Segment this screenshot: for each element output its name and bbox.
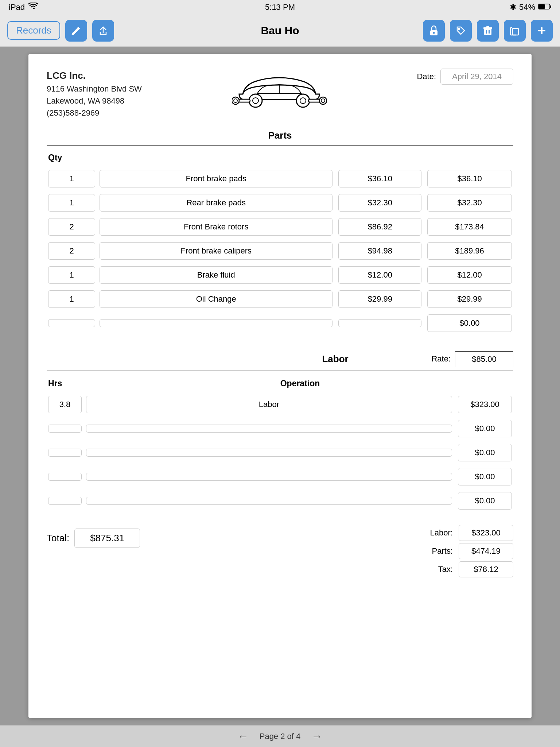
labor-section: Labor Rate: $85.00 Hrs Operation 3.8 Lab…	[47, 351, 513, 514]
part-qty[interactable]	[48, 319, 95, 327]
part-description[interactable]: Rear brake pads	[100, 194, 332, 212]
document: LCG Inc. 9116 Washington Blvd SW Lakewoo…	[28, 54, 532, 718]
nav-title: Bau Ho	[261, 24, 299, 37]
next-page-button[interactable]: →	[311, 730, 322, 743]
parts-header-row: Qty	[47, 153, 513, 163]
rate-value[interactable]: $85.00	[455, 351, 513, 367]
battery-icon	[538, 3, 551, 12]
status-time: 5:13 PM	[265, 3, 295, 12]
labor-total: $0.00	[458, 468, 512, 485]
labor-hrs[interactable]	[48, 425, 82, 433]
company-address2: Lakewood, WA 98498	[47, 95, 142, 107]
svg-point-5	[458, 28, 460, 30]
parts-summary-value: $474.19	[459, 543, 513, 559]
labor-row: $0.00	[47, 418, 513, 440]
date-section: Date: April 29, 2014	[417, 69, 513, 85]
part-description[interactable]: Brake fluid	[100, 266, 332, 284]
part-price[interactable]: $32.30	[338, 194, 421, 212]
part-qty[interactable]: 1	[48, 194, 95, 212]
svg-point-24	[321, 99, 325, 102]
labor-header-row: Hrs Operation	[47, 379, 513, 388]
status-right: ✱ 54%	[510, 3, 551, 12]
svg-rect-8	[486, 26, 489, 28]
date-value[interactable]: April 29, 2014	[440, 69, 513, 85]
labor-hrs[interactable]	[48, 497, 82, 505]
part-qty[interactable]: 2	[48, 242, 95, 260]
part-price[interactable]: $94.98	[338, 242, 421, 260]
part-qty[interactable]: 1	[48, 290, 95, 308]
lock-button[interactable]	[423, 20, 445, 42]
labor-total: $0.00	[458, 420, 512, 437]
labor-operation[interactable]	[86, 425, 452, 433]
add-button[interactable]	[531, 20, 553, 42]
doc-wrapper: LCG Inc. 9116 Washington Blvd SW Lakewoo…	[0, 47, 560, 725]
parts-row: 1 Brake fluid $12.00 $12.00	[47, 264, 513, 286]
records-button[interactable]: Records	[7, 21, 60, 40]
prev-page-button[interactable]: ←	[238, 730, 249, 743]
company-info: LCG Inc. 9116 Washington Blvd SW Lakewoo…	[47, 69, 142, 119]
labor-operation[interactable]	[86, 449, 452, 457]
battery-label: 54%	[519, 3, 535, 12]
part-price[interactable]: $12.00	[338, 266, 421, 284]
part-description[interactable]: Oil Change	[100, 290, 332, 308]
parts-summary-row: Parts: $474.19	[424, 543, 513, 559]
svg-point-21	[234, 99, 237, 102]
rate-label: Rate:	[431, 354, 451, 364]
parts-table: 1 Front brake pads $36.10 $36.10 1 Rear …	[47, 166, 513, 336]
tag-button[interactable]	[450, 20, 472, 42]
labor-hrs[interactable]: 3.8	[48, 396, 82, 413]
part-qty[interactable]: 1	[48, 266, 95, 284]
part-total: $189.96	[427, 242, 512, 260]
labor-table: 3.8 Labor $323.00 $0.00 $0.00 $0.00 $0.0…	[47, 391, 513, 514]
labor-section-title: Labor	[239, 353, 432, 365]
hrs-label: Hrs	[48, 379, 88, 388]
labor-row: $0.00	[47, 490, 513, 512]
part-description[interactable]	[100, 319, 332, 327]
part-description[interactable]: Front Brake rotors	[100, 218, 332, 236]
svg-rect-6	[484, 28, 491, 35]
device-label: iPad	[9, 3, 25, 12]
car-logo	[142, 69, 417, 112]
nav-right	[423, 20, 553, 42]
rate-section: Rate: $85.00	[431, 351, 513, 367]
part-price[interactable]: $36.10	[338, 170, 421, 187]
total-value[interactable]: $875.31	[74, 529, 140, 548]
doc-header: LCG Inc. 9116 Washington Blvd SW Lakewoo…	[47, 69, 513, 119]
labor-row: $0.00	[47, 466, 513, 488]
part-price[interactable]: $86.92	[338, 218, 421, 236]
parts-row: $0.00	[47, 312, 513, 334]
operation-label: Operation	[88, 379, 512, 388]
labor-row: $0.00	[47, 442, 513, 464]
labor-hrs[interactable]	[48, 473, 82, 481]
labor-summary-label: Labor:	[424, 528, 453, 538]
part-price[interactable]	[338, 319, 421, 327]
labor-hrs[interactable]	[48, 449, 82, 457]
part-price[interactable]: $29.99	[338, 290, 421, 308]
part-description[interactable]: Front brake pads	[100, 170, 332, 187]
labor-operation[interactable]	[86, 473, 452, 481]
bluetooth-icon: ✱	[510, 3, 516, 12]
parts-summary-label: Parts:	[424, 546, 453, 556]
svg-rect-9	[486, 30, 487, 34]
status-left: iPad	[9, 3, 38, 12]
svg-rect-11	[513, 28, 518, 35]
summary-right: Labor: $323.00 Parts: $474.19 Tax: $78.1…	[424, 525, 513, 577]
labor-total: $0.00	[458, 444, 512, 461]
part-qty[interactable]: 1	[48, 170, 95, 187]
share-button[interactable]	[92, 20, 114, 42]
part-total: $29.99	[427, 290, 512, 308]
delete-button[interactable]	[477, 20, 499, 42]
labor-summary-value: $323.00	[459, 525, 513, 541]
nav-bar: Records Bau Ho	[0, 15, 560, 47]
labor-title-row: Labor Rate: $85.00	[47, 351, 513, 371]
part-description[interactable]: Front brake calipers	[100, 242, 332, 260]
copy-button[interactable]	[504, 20, 526, 42]
edit-button[interactable]	[65, 20, 87, 42]
part-qty[interactable]: 2	[48, 218, 95, 236]
company-address1: 9116 Washington Blvd SW	[47, 83, 142, 95]
svg-point-4	[433, 32, 435, 34]
labor-operation[interactable]	[86, 497, 452, 505]
labor-total: $323.00	[458, 396, 512, 413]
qty-label: Qty	[48, 153, 85, 163]
labor-operation[interactable]: Labor	[86, 396, 452, 413]
